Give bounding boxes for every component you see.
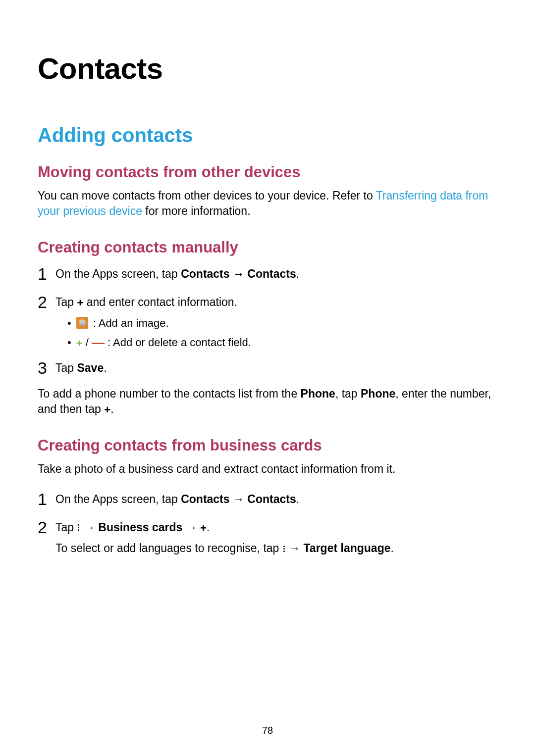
bullet-icon: • <box>67 337 71 348</box>
arrow-icon: → <box>182 521 200 534</box>
document-page: Contacts Adding contacts Moving contacts… <box>0 0 535 556</box>
step-number: 3 <box>38 359 49 376</box>
avatar-icon <box>76 317 88 329</box>
step-number: 1 <box>38 491 49 507</box>
bold-text: Contacts <box>247 267 296 280</box>
text: / <box>83 336 92 349</box>
text: Tap <box>55 361 77 374</box>
paragraph: Take a photo of a business card and extr… <box>38 461 497 477</box>
text: : Add or delete a contact field. <box>105 336 251 349</box>
step-number: 2 <box>38 294 49 310</box>
text: . <box>207 521 210 534</box>
step-2: 2 Tap + and enter contact information. <box>38 292 497 310</box>
arrow-icon: → <box>286 542 304 554</box>
text: Tap <box>55 296 77 308</box>
paragraph: You can move contacts from other devices… <box>38 188 497 219</box>
step-text: Tap + and enter contact information. <box>55 294 497 310</box>
step-3: 3 Tap Save. <box>38 357 497 376</box>
text: Tap <box>55 521 77 534</box>
plus-icon: + <box>76 338 83 349</box>
step-text: Tap Save. <box>55 360 497 376</box>
page-number: 78 <box>0 725 535 736</box>
bold-text: Contacts <box>181 493 229 505</box>
bold-text: Business cards <box>98 521 182 534</box>
text: and enter contact information. <box>83 296 237 308</box>
text: To select or add languages to recognise,… <box>55 542 282 554</box>
arrow-icon: → <box>80 521 98 534</box>
subsection-creating-manually: Creating contacts manually 1 On the Apps… <box>38 239 497 417</box>
subsection-moving-contacts: Moving contacts from other devices You c… <box>38 163 497 219</box>
text: On the Apps screen, tap <box>55 267 181 280</box>
step-text: Tap → Business cards → +. To select or a… <box>55 519 497 556</box>
section-heading-adding-contacts: Adding contacts <box>38 124 497 147</box>
list-item: • + / — : Add or delete a contact field. <box>67 334 497 351</box>
plus-icon: + <box>77 298 83 308</box>
subheading-creating-manually: Creating contacts manually <box>38 239 497 256</box>
bullet-icon: • <box>67 318 71 329</box>
more-icon <box>77 524 80 531</box>
bold-text: Save <box>77 361 104 374</box>
bold-text: Contacts <box>181 267 229 280</box>
arrow-icon: → <box>230 493 248 505</box>
text: , tap <box>335 387 361 400</box>
text: : Add an image. <box>93 315 169 331</box>
page-title: Contacts <box>38 51 497 86</box>
step-number: 1 <box>38 265 49 282</box>
text: . <box>390 542 393 554</box>
subsection-business-cards: Creating contacts from business cards Ta… <box>38 437 497 556</box>
minus-icon: — <box>92 336 105 349</box>
text: . <box>296 267 299 280</box>
text: . <box>296 493 299 505</box>
text: You can move contacts from other devices… <box>38 189 376 202</box>
more-icon <box>282 546 286 552</box>
text: To add a phone number to the contacts li… <box>38 387 301 400</box>
subheading-business-cards: Creating contacts from business cards <box>38 437 497 454</box>
plus-icon: + <box>104 404 110 415</box>
bold-text: Phone <box>361 387 395 400</box>
subheading-moving-contacts: Moving contacts from other devices <box>38 163 497 181</box>
step-number: 2 <box>38 519 49 536</box>
text: . <box>104 361 107 374</box>
step-1: 1 On the Apps screen, tap Contacts → Con… <box>38 489 497 507</box>
step-text: On the Apps screen, tap Contacts → Conta… <box>55 491 497 507</box>
arrow-icon: → <box>230 267 248 280</box>
bold-text: Phone <box>301 387 335 400</box>
bold-text: Target language <box>304 542 391 554</box>
plus-icon: + <box>200 523 207 534</box>
paragraph: To add a phone number to the contacts li… <box>38 386 497 417</box>
step-1: 1 On the Apps screen, tap Contacts → Con… <box>38 263 497 282</box>
bullet-list: • : Add an image. • + / — : Add or delet… <box>67 315 497 351</box>
text: On the Apps screen, tap <box>55 493 181 505</box>
bold-text: Contacts <box>247 493 296 505</box>
list-item: • : Add an image. <box>67 315 497 331</box>
text: . <box>110 403 113 415</box>
step-2: 2 Tap → Business cards → +. To select or… <box>38 517 497 556</box>
text: for more information. <box>142 204 251 217</box>
step-text: On the Apps screen, tap Contacts → Conta… <box>55 266 497 282</box>
